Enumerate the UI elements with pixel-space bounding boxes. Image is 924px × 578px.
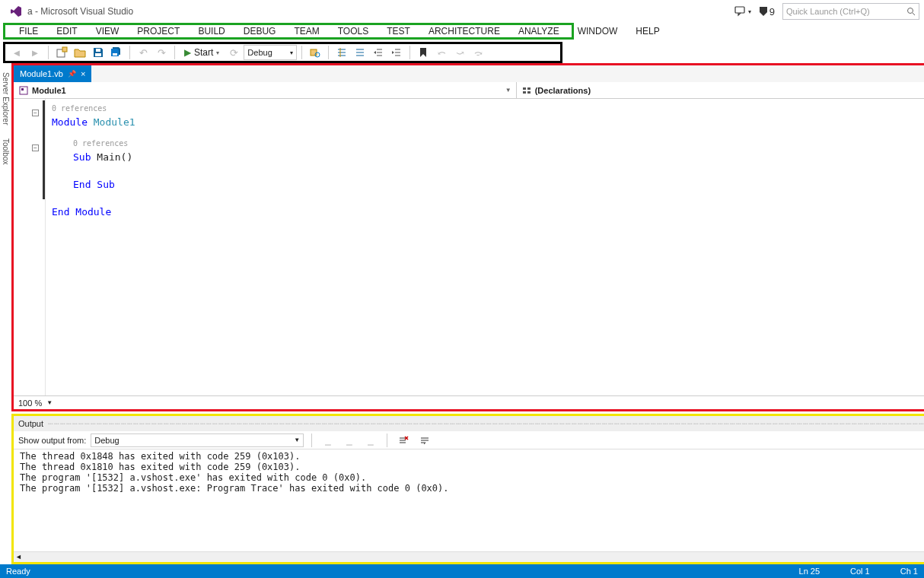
clear-output-button[interactable]: [395, 432, 412, 449]
nav-back-button[interactable]: ◄: [8, 44, 25, 61]
next-bookmark-button[interactable]: ⤻: [451, 44, 468, 61]
solution-config-combo[interactable]: Debug ▾: [244, 45, 297, 60]
prev-message-button[interactable]: ⎯: [341, 432, 358, 449]
save-all-button[interactable]: [108, 44, 125, 61]
nav-member-combo[interactable]: (Declarations) ▼: [517, 82, 924, 98]
document-tab-module1[interactable]: Module1.vb 📌 ×: [14, 65, 91, 82]
bookmark-button[interactable]: [415, 44, 432, 61]
status-char: Ch 1: [900, 567, 918, 576]
editor-zoom-bar: 100 % ▼: [14, 395, 924, 409]
menu-edit[interactable]: EDIT: [47, 24, 86, 38]
output-toolbar: Show output from: Debug ▼ ⎯ ⎯ ⎯: [14, 431, 924, 449]
output-text[interactable]: The thread 0x1848 has exited with code 2…: [14, 449, 924, 551]
feedback-icon[interactable]: ▾: [734, 6, 751, 17]
quick-launch-input[interactable]: Quick Launch (Ctrl+Q): [782, 3, 919, 20]
start-debug-button[interactable]: ▶ Start ▾: [180, 46, 224, 59]
new-project-button[interactable]: [53, 44, 70, 61]
document-tabs: Module1.vb 📌 ×: [14, 65, 924, 82]
declarations-icon: [521, 85, 532, 96]
search-icon: [906, 7, 916, 16]
status-bar: Ready Ln 25 Col 1 Ch 1: [0, 564, 924, 578]
scroll-left-icon[interactable]: ◄: [15, 553, 22, 561]
outline-toggle-icon[interactable]: −: [32, 144, 39, 151]
chevron-down-icon[interactable]: ▼: [46, 399, 53, 406]
browser-refresh-button[interactable]: ⟳: [225, 44, 242, 61]
output-panel: Output ┄┄┄┄┄┄┄┄┄┄┄┄┄┄┄┄┄┄┄┄┄┄┄┄┄┄┄┄┄┄┄┄┄…: [11, 414, 924, 564]
notifications-icon[interactable]: 9: [759, 6, 775, 17]
pin-icon[interactable]: 📌: [68, 70, 76, 78]
find-message-button[interactable]: ⎯: [320, 432, 336, 449]
menu-window[interactable]: WINDOW: [569, 24, 627, 38]
vs-logo-icon: [9, 5, 23, 18]
codelens-references[interactable]: 0 references: [73, 137, 924, 151]
svg-point-1: [908, 8, 913, 14]
menu-tools[interactable]: TOOLS: [329, 24, 378, 38]
svg-rect-5: [95, 53, 101, 56]
main-toolbar: ◄ ► ↶ ↷ ▶ Start ▾ ⟳ Debug ▾ ⤺ ⤻ ⤼: [3, 42, 562, 63]
menu-team[interactable]: TEAM: [285, 24, 328, 38]
server-explorer-tab[interactable]: Server Explorer: [0, 68, 11, 129]
output-title-label: Output: [18, 419, 43, 428]
menu-test[interactable]: TEST: [378, 24, 419, 38]
svg-rect-8: [311, 49, 317, 56]
nav-forward-button[interactable]: ►: [27, 44, 43, 61]
status-ready: Ready: [6, 567, 30, 576]
svg-rect-0: [735, 7, 744, 13]
svg-rect-7: [113, 53, 117, 56]
uncomment-button[interactable]: [352, 44, 368, 61]
nav-scope-label: Module1: [32, 86, 66, 95]
svg-rect-24: [21, 88, 24, 91]
play-icon: ▶: [184, 47, 191, 58]
svg-rect-6: [96, 49, 100, 52]
close-icon[interactable]: ×: [81, 69, 85, 78]
editor-panel: Module1.vb 📌 × Module1 ▼ (Declarations) …: [11, 63, 924, 411]
save-button[interactable]: [90, 44, 107, 61]
redo-button[interactable]: ↷: [153, 44, 170, 61]
notifications-count: 9: [769, 6, 775, 17]
nav-scope-combo[interactable]: Module1 ▼: [14, 82, 517, 98]
menu-analyze[interactable]: ANALYZE: [509, 24, 569, 38]
svg-line-2: [913, 13, 915, 15]
config-value: Debug: [247, 48, 272, 57]
codelens-references[interactable]: 0 references: [52, 102, 924, 116]
gutter: − −: [14, 99, 46, 395]
svg-rect-28: [527, 91, 531, 94]
output-source-combo[interactable]: Debug ▼: [91, 434, 304, 447]
svg-rect-26: [523, 91, 526, 94]
menu-project[interactable]: PROJECT: [128, 24, 189, 38]
status-line: Ln 25: [799, 567, 820, 576]
menu-help[interactable]: HELP: [626, 24, 668, 38]
output-scrollbar[interactable]: ◄ ►: [14, 551, 924, 562]
find-button[interactable]: [307, 44, 323, 61]
undo-button[interactable]: ↶: [135, 44, 151, 61]
decrease-indent-button[interactable]: [370, 44, 387, 61]
menu-bar: FILE EDIT VIEW PROJECT BUILD DEBUG TEAM …: [3, 23, 574, 40]
menu-file[interactable]: FILE: [10, 24, 47, 38]
open-file-button[interactable]: [72, 44, 88, 61]
title-bar: a - Microsoft Visual Studio ▾ 9 Quick La…: [0, 0, 924, 23]
module-icon: [18, 85, 29, 96]
comment-button[interactable]: [333, 44, 350, 61]
outline-toggle-icon[interactable]: −: [32, 110, 39, 116]
window-title: a - Microsoft Visual Studio: [27, 6, 133, 17]
toolbox-tab[interactable]: Toolbox: [0, 134, 11, 169]
increase-indent-button[interactable]: [388, 44, 405, 61]
menu-debug[interactable]: DEBUG: [234, 24, 285, 38]
navigation-bar: Module1 ▼ (Declarations) ▼: [14, 82, 924, 99]
next-message-button[interactable]: ⎯: [362, 432, 379, 449]
svg-rect-27: [527, 87, 531, 90]
prev-bookmark-button[interactable]: ⤺: [433, 44, 450, 61]
left-tool-tabs: Server Explorer Toolbox: [0, 63, 11, 564]
output-from-label: Show output from:: [18, 436, 86, 445]
code-editor[interactable]: − − 0 references Module Module1 0 refere…: [14, 99, 924, 395]
clear-bookmarks-button[interactable]: ⤼: [470, 44, 486, 61]
quick-launch-placeholder: Quick Launch (Ctrl+Q): [786, 7, 906, 16]
svg-rect-25: [523, 87, 526, 90]
menu-build[interactable]: BUILD: [189, 24, 234, 38]
toggle-wrap-button[interactable]: [416, 432, 433, 449]
menu-view[interactable]: VIEW: [87, 24, 129, 38]
menu-architecture[interactable]: ARCHITECTURE: [419, 24, 509, 38]
zoom-level[interactable]: 100 %: [18, 399, 42, 408]
output-source-value: Debug: [94, 436, 119, 445]
output-title-bar: Output ┄┄┄┄┄┄┄┄┄┄┄┄┄┄┄┄┄┄┄┄┄┄┄┄┄┄┄┄┄┄┄┄┄…: [14, 416, 924, 431]
